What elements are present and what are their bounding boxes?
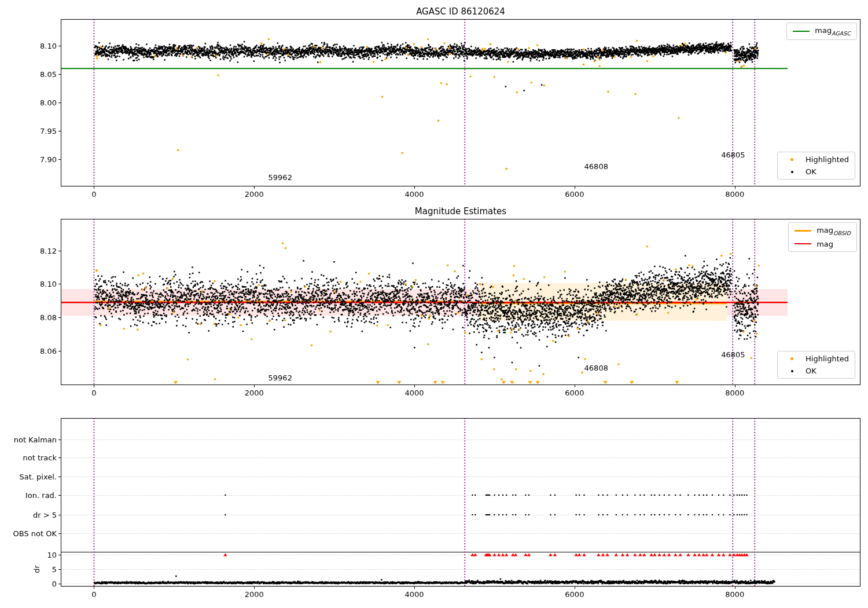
y-tick-label: 7.90 xyxy=(5,155,57,163)
x-tick-label: 6000 xyxy=(565,590,584,599)
y-tick-label: 8.12 xyxy=(5,246,57,255)
annotation-obsid-59962: 59962 xyxy=(269,173,292,182)
green-line-swatch-icon xyxy=(793,31,810,32)
x-tick-label: 0 xyxy=(91,190,96,199)
y-tick-label: 8.06 xyxy=(5,346,57,355)
red-line-swatch-icon xyxy=(795,243,811,244)
annotation-obsid-46808: 46808 xyxy=(584,162,608,170)
dr-tick-label: 10 xyxy=(5,551,57,559)
dr-tick-label: 0 xyxy=(5,580,57,588)
legend-label: magOBSID xyxy=(816,226,851,236)
middle-plot-title: Magnitude Estimates xyxy=(415,206,506,217)
black-dot-swatch-icon xyxy=(784,171,800,173)
y-tick-label: 8.08 xyxy=(5,313,57,322)
x-tick-label: 2000 xyxy=(245,590,264,599)
y-tick-label: 8.00 xyxy=(5,98,57,107)
orange-dot-swatch-icon xyxy=(784,357,800,360)
top-plot-title: AGASC ID 86120624 xyxy=(416,6,505,17)
legend-label: magAGASC xyxy=(815,26,851,36)
x-tick-label: 4000 xyxy=(405,590,424,599)
black-dot-swatch-icon xyxy=(784,370,800,372)
flag-category-label: dr > 5 xyxy=(5,511,57,519)
legend-label: Highlighted xyxy=(806,155,849,164)
legend-label: Highlighted xyxy=(806,354,849,363)
legend-label: OK xyxy=(806,367,816,375)
legend-item-mag: mag xyxy=(795,240,851,248)
dr-tick-label: 5 xyxy=(5,565,57,574)
legend-mag-agasc: magAGASC xyxy=(786,23,857,40)
legend-label: mag xyxy=(816,240,833,248)
x-tick-label: 8000 xyxy=(725,389,744,397)
y-tick-label: 8.10 xyxy=(5,42,57,50)
flag-category-label: OBS not OK xyxy=(5,529,57,538)
annotation-obsid-46805: 46805 xyxy=(721,151,745,159)
x-tick-label: 6000 xyxy=(565,190,584,199)
legend-item-highlighted: Highlighted xyxy=(784,354,849,363)
legend-label: OK xyxy=(806,167,816,176)
figure-canvas xyxy=(0,0,868,608)
annotation-obsid-59962: 59962 xyxy=(269,373,292,382)
orange-dot-swatch-icon xyxy=(784,158,800,161)
dr-axis-label: dr xyxy=(32,565,41,573)
flag-category-label: not track xyxy=(5,453,57,462)
annotation-obsid-46805: 46805 xyxy=(721,350,745,358)
x-tick-label: 6000 xyxy=(565,389,584,397)
x-tick-label: 8000 xyxy=(725,590,744,599)
flag-category-label: not Kalman xyxy=(5,435,57,444)
y-tick-label: 8.05 xyxy=(5,70,57,79)
legend-markers-middle: Highlighted OK xyxy=(777,351,855,379)
orange-line-swatch-icon xyxy=(795,230,811,232)
x-tick-label: 0 xyxy=(91,389,96,397)
flag-category-label: Sat. pixel. xyxy=(5,473,57,481)
x-tick-label: 2000 xyxy=(245,190,264,199)
legend-item-ok: OK xyxy=(784,367,849,375)
legend-item-highlighted: Highlighted xyxy=(784,155,849,164)
y-tick-label: 7.95 xyxy=(5,126,57,135)
x-tick-label: 8000 xyxy=(725,190,744,199)
x-tick-label: 2000 xyxy=(245,389,264,397)
matplotlib-figure: AGASC ID 86120624 Magnitude Estimates 02… xyxy=(0,0,868,608)
x-tick-label: 4000 xyxy=(405,389,424,397)
y-tick-label: 8.10 xyxy=(5,280,57,288)
flag-category-label: Ion. rad. xyxy=(5,491,57,500)
annotation-obsid-46808: 46808 xyxy=(584,363,608,372)
x-tick-label: 4000 xyxy=(405,190,424,199)
legend-markers-top: Highlighted OK xyxy=(777,152,855,180)
legend-item-mag-agasc: magAGASC xyxy=(793,26,851,36)
legend-mag-obsid: magOBSID mag xyxy=(788,222,857,252)
legend-item-mag-obsid: magOBSID xyxy=(795,226,851,236)
legend-item-ok: OK xyxy=(784,167,849,176)
x-tick-label: 0 xyxy=(91,590,96,599)
